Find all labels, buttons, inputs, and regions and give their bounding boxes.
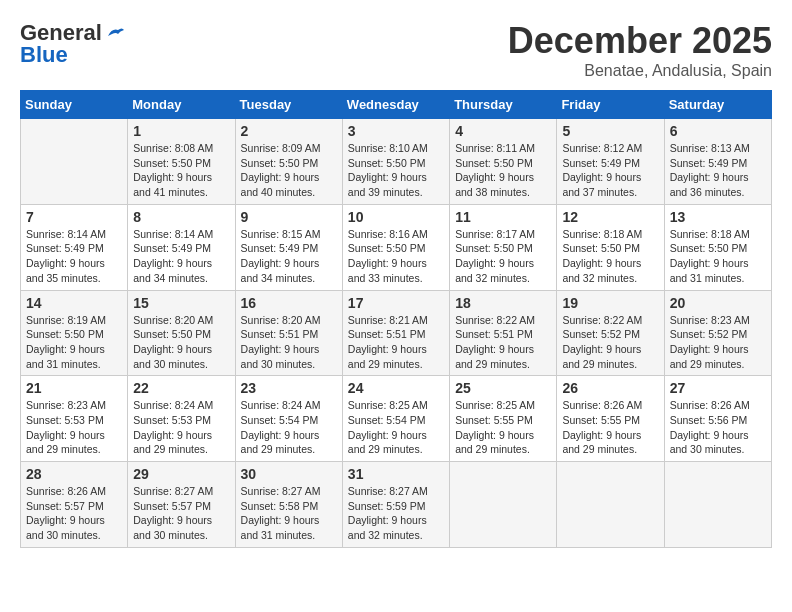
calendar-body: 1Sunrise: 8:08 AM Sunset: 5:50 PM Daylig… [21,119,772,548]
header-row: SundayMondayTuesdayWednesdayThursdayFrid… [21,91,772,119]
day-info: Sunrise: 8:23 AM Sunset: 5:52 PM Dayligh… [670,313,766,372]
day-number: 29 [133,466,229,482]
day-number: 20 [670,295,766,311]
day-number: 11 [455,209,551,225]
calendar-cell: 20Sunrise: 8:23 AM Sunset: 5:52 PM Dayli… [664,290,771,376]
day-info: Sunrise: 8:24 AM Sunset: 5:53 PM Dayligh… [133,398,229,457]
calendar-cell [450,462,557,548]
calendar-cell: 14Sunrise: 8:19 AM Sunset: 5:50 PM Dayli… [21,290,128,376]
calendar-cell: 2Sunrise: 8:09 AM Sunset: 5:50 PM Daylig… [235,119,342,205]
day-number: 14 [26,295,122,311]
day-number: 2 [241,123,337,139]
calendar-cell [21,119,128,205]
header-day-tuesday: Tuesday [235,91,342,119]
calendar-cell: 3Sunrise: 8:10 AM Sunset: 5:50 PM Daylig… [342,119,449,205]
week-row-5: 28Sunrise: 8:26 AM Sunset: 5:57 PM Dayli… [21,462,772,548]
day-number: 16 [241,295,337,311]
day-info: Sunrise: 8:18 AM Sunset: 5:50 PM Dayligh… [562,227,658,286]
day-info: Sunrise: 8:26 AM Sunset: 5:55 PM Dayligh… [562,398,658,457]
title-section: December 2025 Benatae, Andalusia, Spain [508,20,772,80]
day-number: 25 [455,380,551,396]
day-number: 4 [455,123,551,139]
week-row-2: 7Sunrise: 8:14 AM Sunset: 5:49 PM Daylig… [21,204,772,290]
page-header: General Blue December 2025 Benatae, Anda… [20,20,772,80]
day-number: 1 [133,123,229,139]
day-info: Sunrise: 8:22 AM Sunset: 5:52 PM Dayligh… [562,313,658,372]
day-info: Sunrise: 8:13 AM Sunset: 5:49 PM Dayligh… [670,141,766,200]
day-number: 23 [241,380,337,396]
day-info: Sunrise: 8:27 AM Sunset: 5:59 PM Dayligh… [348,484,444,543]
calendar-cell: 4Sunrise: 8:11 AM Sunset: 5:50 PM Daylig… [450,119,557,205]
calendar-cell: 31Sunrise: 8:27 AM Sunset: 5:59 PM Dayli… [342,462,449,548]
day-number: 31 [348,466,444,482]
day-info: Sunrise: 8:20 AM Sunset: 5:51 PM Dayligh… [241,313,337,372]
calendar-cell: 1Sunrise: 8:08 AM Sunset: 5:50 PM Daylig… [128,119,235,205]
day-number: 15 [133,295,229,311]
logo-bird-icon [104,22,126,44]
day-number: 3 [348,123,444,139]
day-info: Sunrise: 8:21 AM Sunset: 5:51 PM Dayligh… [348,313,444,372]
calendar-cell [557,462,664,548]
calendar-cell: 18Sunrise: 8:22 AM Sunset: 5:51 PM Dayli… [450,290,557,376]
day-info: Sunrise: 8:22 AM Sunset: 5:51 PM Dayligh… [455,313,551,372]
day-number: 7 [26,209,122,225]
day-info: Sunrise: 8:10 AM Sunset: 5:50 PM Dayligh… [348,141,444,200]
week-row-3: 14Sunrise: 8:19 AM Sunset: 5:50 PM Dayli… [21,290,772,376]
calendar-cell: 13Sunrise: 8:18 AM Sunset: 5:50 PM Dayli… [664,204,771,290]
day-number: 8 [133,209,229,225]
day-info: Sunrise: 8:23 AM Sunset: 5:53 PM Dayligh… [26,398,122,457]
day-number: 18 [455,295,551,311]
day-info: Sunrise: 8:20 AM Sunset: 5:50 PM Dayligh… [133,313,229,372]
day-number: 13 [670,209,766,225]
day-info: Sunrise: 8:24 AM Sunset: 5:54 PM Dayligh… [241,398,337,457]
day-info: Sunrise: 8:16 AM Sunset: 5:50 PM Dayligh… [348,227,444,286]
location: Benatae, Andalusia, Spain [508,62,772,80]
header-day-saturday: Saturday [664,91,771,119]
day-info: Sunrise: 8:25 AM Sunset: 5:54 PM Dayligh… [348,398,444,457]
calendar-cell: 11Sunrise: 8:17 AM Sunset: 5:50 PM Dayli… [450,204,557,290]
day-number: 27 [670,380,766,396]
header-day-sunday: Sunday [21,91,128,119]
calendar-cell: 21Sunrise: 8:23 AM Sunset: 5:53 PM Dayli… [21,376,128,462]
week-row-4: 21Sunrise: 8:23 AM Sunset: 5:53 PM Dayli… [21,376,772,462]
logo: General Blue [20,20,126,68]
day-number: 21 [26,380,122,396]
day-number: 12 [562,209,658,225]
day-number: 9 [241,209,337,225]
calendar-cell: 29Sunrise: 8:27 AM Sunset: 5:57 PM Dayli… [128,462,235,548]
calendar-cell: 5Sunrise: 8:12 AM Sunset: 5:49 PM Daylig… [557,119,664,205]
calendar-table: SundayMondayTuesdayWednesdayThursdayFrid… [20,90,772,548]
calendar-cell: 8Sunrise: 8:14 AM Sunset: 5:49 PM Daylig… [128,204,235,290]
day-info: Sunrise: 8:14 AM Sunset: 5:49 PM Dayligh… [133,227,229,286]
day-number: 10 [348,209,444,225]
day-info: Sunrise: 8:26 AM Sunset: 5:56 PM Dayligh… [670,398,766,457]
calendar-cell: 9Sunrise: 8:15 AM Sunset: 5:49 PM Daylig… [235,204,342,290]
calendar-cell: 27Sunrise: 8:26 AM Sunset: 5:56 PM Dayli… [664,376,771,462]
day-info: Sunrise: 8:09 AM Sunset: 5:50 PM Dayligh… [241,141,337,200]
day-number: 26 [562,380,658,396]
calendar-cell: 6Sunrise: 8:13 AM Sunset: 5:49 PM Daylig… [664,119,771,205]
calendar-cell: 10Sunrise: 8:16 AM Sunset: 5:50 PM Dayli… [342,204,449,290]
day-info: Sunrise: 8:17 AM Sunset: 5:50 PM Dayligh… [455,227,551,286]
day-number: 6 [670,123,766,139]
day-info: Sunrise: 8:26 AM Sunset: 5:57 PM Dayligh… [26,484,122,543]
day-info: Sunrise: 8:27 AM Sunset: 5:57 PM Dayligh… [133,484,229,543]
day-number: 24 [348,380,444,396]
day-number: 30 [241,466,337,482]
month-title: December 2025 [508,20,772,62]
calendar-cell: 19Sunrise: 8:22 AM Sunset: 5:52 PM Dayli… [557,290,664,376]
calendar-cell [664,462,771,548]
day-info: Sunrise: 8:19 AM Sunset: 5:50 PM Dayligh… [26,313,122,372]
header-day-wednesday: Wednesday [342,91,449,119]
calendar-cell: 25Sunrise: 8:25 AM Sunset: 5:55 PM Dayli… [450,376,557,462]
day-info: Sunrise: 8:11 AM Sunset: 5:50 PM Dayligh… [455,141,551,200]
calendar-cell: 24Sunrise: 8:25 AM Sunset: 5:54 PM Dayli… [342,376,449,462]
day-info: Sunrise: 8:27 AM Sunset: 5:58 PM Dayligh… [241,484,337,543]
calendar-header: SundayMondayTuesdayWednesdayThursdayFrid… [21,91,772,119]
day-number: 22 [133,380,229,396]
calendar-cell: 22Sunrise: 8:24 AM Sunset: 5:53 PM Dayli… [128,376,235,462]
calendar-cell: 26Sunrise: 8:26 AM Sunset: 5:55 PM Dayli… [557,376,664,462]
calendar-cell: 17Sunrise: 8:21 AM Sunset: 5:51 PM Dayli… [342,290,449,376]
day-number: 19 [562,295,658,311]
day-info: Sunrise: 8:15 AM Sunset: 5:49 PM Dayligh… [241,227,337,286]
